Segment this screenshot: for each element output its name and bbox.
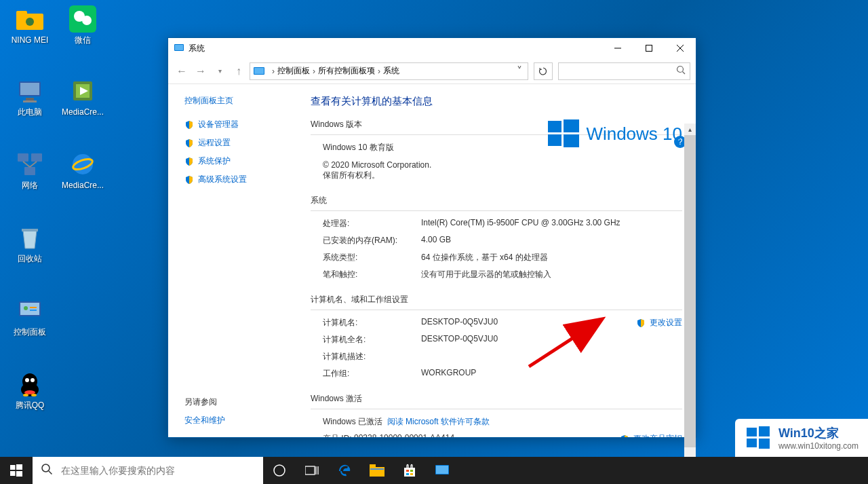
svg-point-2 xyxy=(26,18,34,26)
sidebar-item-label: 设备管理器 xyxy=(198,119,239,130)
scroll-up-arrow[interactable]: ▴ xyxy=(684,124,696,135)
explorer-button[interactable] xyxy=(361,457,393,484)
svg-rect-23 xyxy=(30,307,37,308)
recent-button[interactable]: ▾ xyxy=(212,63,228,79)
address-dropdown[interactable]: ˅ xyxy=(514,64,525,77)
desktop-icon-wechat[interactable]: 微信 xyxy=(58,5,107,45)
svg-point-22 xyxy=(24,306,28,310)
cortana-button[interactable] xyxy=(263,457,296,484)
license-terms-link[interactable]: 阅读 Microsoft 软件许可条款 xyxy=(387,416,490,428)
svg-rect-50 xyxy=(759,439,770,449)
processor-label: 处理器: xyxy=(323,218,421,229)
desktop-icon-control-panel[interactable]: 控制面板 xyxy=(5,297,54,337)
svg-point-30 xyxy=(23,394,28,396)
search-input[interactable] xyxy=(563,67,676,76)
up-button[interactable]: ↑ xyxy=(231,63,247,79)
desktop-icon-label: 回收站 xyxy=(5,254,54,263)
taskbar xyxy=(0,457,868,484)
svg-point-55 xyxy=(42,464,50,472)
address-bar[interactable]: › 控制面板 › 所有控制面板项 › 系统 ˅ xyxy=(250,62,528,80)
task-view-button[interactable] xyxy=(296,457,328,484)
desktop-icon-mediacre1[interactable]: MediaCre... xyxy=(58,77,107,117)
control-panel-home-link[interactable]: 控制面板主页 xyxy=(184,95,304,107)
see-also-label: 另请参阅 xyxy=(184,396,225,408)
full-name-label: 计算机全名: xyxy=(323,334,421,346)
svg-rect-9 xyxy=(23,100,37,103)
svg-rect-35 xyxy=(646,45,652,52)
workgroup-value: WORKGROUP xyxy=(421,368,682,379)
desktop-icon-mediacre2[interactable]: MediaCre... xyxy=(58,151,107,190)
watermark: Win10之家 www.win10xitong.com xyxy=(735,419,868,457)
svg-rect-68 xyxy=(410,473,413,475)
search-box[interactable] xyxy=(558,62,690,80)
maximize-button[interactable] xyxy=(633,38,665,58)
sidebar-bottom: 另请参阅 安全和维护 xyxy=(184,396,225,426)
ram-value: 4.00 GB xyxy=(421,235,682,246)
desktop-icon-qq[interactable]: 腾讯QQ xyxy=(5,371,54,410)
sidebar-item-label: 系统保护 xyxy=(198,155,231,167)
change-product-key-link[interactable]: 更改产品密钥 xyxy=(620,433,682,437)
svg-rect-54 xyxy=(16,471,22,477)
svg-rect-48 xyxy=(759,426,770,436)
svg-rect-42 xyxy=(548,121,561,132)
svg-line-15 xyxy=(23,162,30,167)
security-maintenance-link[interactable]: 安全和维护 xyxy=(184,415,225,426)
control-panel-taskbar-button[interactable] xyxy=(426,457,458,484)
vertical-scrollbar[interactable]: ▴ ▾ xyxy=(684,124,696,477)
svg-rect-51 xyxy=(10,465,16,470)
system-type-value: 64 位操作系统，基于 x64 的处理器 xyxy=(421,252,682,263)
remote-settings-link[interactable]: 远程设置 xyxy=(184,137,304,149)
shield-icon xyxy=(636,318,646,328)
shield-icon xyxy=(184,138,194,148)
svg-line-41 xyxy=(683,71,686,74)
window-icon xyxy=(174,43,184,54)
desktop-icon-label: 微信 xyxy=(58,35,107,45)
desktop-icon-recycle[interactable]: 回收站 xyxy=(5,224,54,263)
svg-point-57 xyxy=(274,465,285,476)
qq-icon xyxy=(16,371,43,398)
breadcrumb-item[interactable]: 系统 xyxy=(383,65,399,77)
scroll-thumb[interactable] xyxy=(684,135,696,447)
edge-button[interactable] xyxy=(328,457,361,484)
computer-name-label: 计算机名: xyxy=(323,317,421,329)
store-button[interactable] xyxy=(393,457,426,484)
start-button[interactable] xyxy=(0,457,33,484)
minimize-button[interactable] xyxy=(602,38,633,58)
breadcrumb-item[interactable]: 控制面板 xyxy=(277,65,310,77)
back-button[interactable]: ← xyxy=(174,63,190,79)
advanced-settings-link[interactable]: 高级系统设置 xyxy=(184,174,304,185)
svg-rect-65 xyxy=(406,470,409,472)
device-manager-link[interactable]: 设备管理器 xyxy=(184,119,304,130)
change-settings-link[interactable]: 更改设置 xyxy=(636,317,682,329)
breadcrumb-item[interactable]: 所有控制面板项 xyxy=(318,65,375,77)
svg-rect-8 xyxy=(26,98,34,100)
titlebar[interactable]: 系统 xyxy=(168,38,696,58)
window-title: 系统 xyxy=(189,43,602,54)
shield-icon xyxy=(184,157,194,166)
navbar: ← → ▾ ↑ › 控制面板 › 所有控制面板项 › 系统 ˅ xyxy=(168,58,696,84)
desktop-icon-network[interactable]: 网络 xyxy=(5,151,54,190)
taskbar-search[interactable] xyxy=(33,457,263,484)
this-pc-icon xyxy=(16,77,43,105)
shield-icon xyxy=(184,120,194,130)
product-id-label: 产品 ID: xyxy=(323,433,352,437)
desktop-icon-label: MediaCre... xyxy=(58,181,107,190)
watermark-url: www.win10xitong.com xyxy=(778,441,859,451)
forward-button[interactable]: → xyxy=(193,63,209,79)
description-value xyxy=(421,351,682,362)
svg-rect-44 xyxy=(548,134,561,146)
media-creation-icon xyxy=(69,77,96,105)
desktop-icon-user[interactable]: NING MEI xyxy=(5,5,54,45)
taskbar-search-input[interactable] xyxy=(61,465,255,476)
sidebar-item-label: 远程设置 xyxy=(198,137,231,149)
svg-line-16 xyxy=(30,162,37,167)
product-id-value: 00328-10000-00001-AA414 xyxy=(354,433,454,437)
system-protection-link[interactable]: 系统保护 xyxy=(184,155,304,167)
refresh-button[interactable] xyxy=(534,62,553,80)
search-icon xyxy=(41,463,53,478)
breadcrumb-sep: › xyxy=(272,67,275,76)
search-icon[interactable] xyxy=(676,65,686,77)
svg-point-27 xyxy=(25,378,29,382)
desktop-icon-this-pc[interactable]: 此电脑 xyxy=(5,77,54,117)
close-button[interactable] xyxy=(665,38,696,58)
